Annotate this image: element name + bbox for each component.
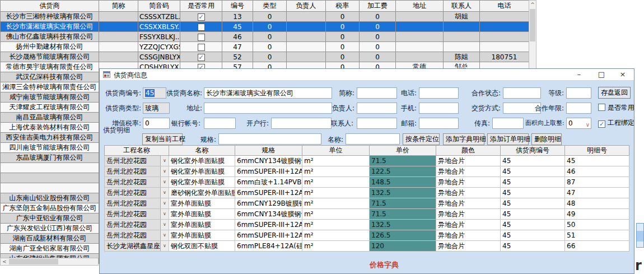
save-return-button[interactable]: 存盘返回 xyxy=(598,87,631,99)
column-header[interactable]: 名称 xyxy=(169,146,235,156)
add-order-detail-button[interactable]: 添加订单明细 xyxy=(487,133,529,145)
column-header[interactable]: 是否常用 xyxy=(180,1,222,12)
delete-detail-button[interactable]: 删除明细 xyxy=(531,133,562,145)
mobile-field[interactable] xyxy=(419,103,459,114)
chevron-down-icon[interactable]: ∨ xyxy=(160,188,169,198)
address-field[interactable] xyxy=(204,103,332,114)
minimize-button[interactable]: – xyxy=(569,69,589,81)
fax-field[interactable] xyxy=(492,118,524,129)
column-header[interactable]: 单价 xyxy=(370,146,436,156)
checked-checkbox-icon[interactable]: ✓ xyxy=(198,13,205,21)
maximize-button[interactable]: □ xyxy=(591,69,612,81)
unchecked-checkbox-icon[interactable] xyxy=(198,44,205,51)
chevron-down-icon[interactable]: ∨ xyxy=(160,198,169,208)
column-header[interactable]: 类型 xyxy=(253,1,287,12)
column-header[interactable]: 颜色 xyxy=(436,146,501,156)
chevron-down-icon[interactable]: ∨ xyxy=(160,209,169,219)
cell-project-combobox[interactable]: 长沙龙湖祺鑫星座∨ xyxy=(105,241,169,252)
supplier-row[interactable]: 佛山市亿鑫玻璃科技有限公司FSSYXBLKJ...46000 xyxy=(1,32,529,42)
cell-spec: 6mmSUPER-III+12A(硅... xyxy=(235,188,302,198)
checked-checkbox-icon[interactable]: ✓ xyxy=(198,54,205,61)
contact-field[interactable] xyxy=(357,118,397,129)
column-header[interactable]: 工程名称 xyxy=(105,146,169,156)
cell-unit: m² xyxy=(302,177,370,188)
supplier-row[interactable]: 长沙市潇湘玻璃实业有限公司CSSXXBLSY...45000 xyxy=(1,22,529,32)
cell-project-combobox[interactable]: 岳州北控花园∨ xyxy=(105,220,169,230)
checkbox-icon[interactable] xyxy=(598,104,605,111)
copy-current-project-button[interactable]: 复制当前工程 xyxy=(142,133,183,145)
short-name-field[interactable] xyxy=(357,87,397,99)
column-header[interactable]: 简称 xyxy=(99,1,138,12)
column-header[interactable]: 供货商 xyxy=(1,1,99,12)
detail-row[interactable]: 岳州北控花园∨室外单面贴膜6mmCNY134镀膜钢化m²71.5异地合片4549 xyxy=(105,209,629,220)
detail-row[interactable]: 岳州北控花园∨室外单面贴膜6mmSUPER-III+12A(硅...m²126.… xyxy=(105,230,629,241)
unchecked-checkbox-icon[interactable] xyxy=(198,34,205,41)
cell-supplier: 湘潭三金特种玻璃有限责任公司 xyxy=(1,82,99,92)
area-round-up-combobox[interactable]: 0 ∨ xyxy=(566,118,591,129)
cell-project-combobox[interactable]: 岳州北控花园∨ xyxy=(105,209,169,220)
cell-project-combobox[interactable]: 岳州北控花园∨ xyxy=(105,156,169,166)
manager-field[interactable] xyxy=(357,103,397,114)
supplier-row[interactable]: 长沙晟格节能玻璃有限公司CSSGJNBLYXGS✓52000陈姐180751 xyxy=(1,52,529,62)
chevron-down-icon[interactable]: ∨ xyxy=(586,120,590,129)
chevron-down-icon[interactable]: ∨ xyxy=(160,241,169,251)
column-header[interactable]: 供货商编号 xyxy=(501,146,565,156)
chevron-down-icon[interactable]: ∨ xyxy=(160,230,169,240)
column-header[interactable]: 加工费 xyxy=(360,1,396,12)
is-common-checkbox[interactable]: 是否常用 xyxy=(598,104,634,113)
column-header[interactable]: 联系人 xyxy=(444,1,480,12)
column-header[interactable]: 负责人 xyxy=(287,1,326,12)
spec-filter-input[interactable] xyxy=(218,133,321,145)
column-header[interactable]: 税率 xyxy=(326,1,360,12)
supplier-row[interactable]: 长沙市三湘特种玻璃有限公司CSSSXTZBL...✓13000胡姐 xyxy=(1,12,529,22)
scroll-up-icon[interactable]: ^ xyxy=(529,1,536,8)
cell-project-combobox[interactable]: 岳州北控花园∨ xyxy=(105,188,169,198)
column-header[interactable]: 编号 xyxy=(222,1,253,12)
scroll-left-icon[interactable]: < xyxy=(1,258,8,265)
supplier-row[interactable]: 扬州中勤建材有限公司YZZQJCYXGS47000 xyxy=(1,42,529,52)
cell-project-combobox[interactable]: 岳州北控花园∨ xyxy=(105,230,169,241)
bank-name-field[interactable] xyxy=(271,118,332,129)
column-header[interactable]: 电话 xyxy=(480,1,529,12)
column-header[interactable]: 简音码 xyxy=(138,1,180,12)
phone-field[interactable] xyxy=(419,87,459,99)
coop-years-field[interactable] xyxy=(566,103,591,114)
supplier-type-field[interactable]: 玻璃 xyxy=(143,103,170,114)
unchecked-checkbox-icon[interactable] xyxy=(198,24,205,31)
scrollbar-thumb[interactable] xyxy=(530,9,535,41)
name-filter-input[interactable] xyxy=(346,133,400,145)
detail-row[interactable]: 长沙龙湖祺鑫星座∨钢化双面不贴膜6mmPLE84+12A(硅酮胶...m²120… xyxy=(105,241,629,252)
locate-by-condition-button[interactable]: 按条件定位 xyxy=(403,133,440,145)
column-header[interactable]: 地址 xyxy=(396,1,444,12)
scrollbar-thumb[interactable] xyxy=(9,259,58,264)
chevron-down-icon[interactable]: ∨ xyxy=(160,156,169,166)
detail-row[interactable]: 岳州北控花园∨钢化室外单面贴膜6mm白玻+1.14PVB+6mm...m²148… xyxy=(105,177,629,188)
detail-row[interactable]: 岳州北控花园∨钢化室外单面贴膜6mmCNY134镀膜钢化m²71.5异地合片45… xyxy=(105,156,629,166)
column-header[interactable]: 规格 xyxy=(235,146,302,156)
cell-project-combobox[interactable]: 岳州北控花园∨ xyxy=(105,198,169,209)
bank-name-label: 开户行: xyxy=(243,118,269,129)
cell-supplier: 山东南山铝业股份有限公司 xyxy=(1,193,99,203)
detail-row[interactable]: 岳州北控花园∨钢化室外单面贴膜6mmSUPER-III+12A(硅...m²12… xyxy=(105,166,629,177)
supplier-name-field[interactable] xyxy=(204,87,332,99)
bank-account-field[interactable] xyxy=(204,118,236,129)
email-field[interactable] xyxy=(419,118,459,129)
detail-row[interactable]: 岳州北控花园∨室外单面贴膜6mmSUPER-III+12A(硅...m²132.… xyxy=(105,220,629,230)
column-header[interactable]: 明细号 xyxy=(565,146,629,156)
close-button[interactable]: × xyxy=(613,69,633,81)
cell-project-combobox[interactable]: 岳州北控花园∨ xyxy=(105,166,169,177)
coop-status-field[interactable] xyxy=(503,87,541,99)
checkbox-icon[interactable]: ✓ xyxy=(598,120,605,128)
column-header[interactable]: 单位 xyxy=(302,146,370,156)
detail-row[interactable]: 岳州北控花园∨磨砂钢化室外单面贴膜6mmSUPER-III+12A(硅...m²… xyxy=(105,188,629,198)
cell-project-combobox[interactable]: 岳州北控花园∨ xyxy=(105,177,169,188)
dialog-titlebar[interactable]: 供货商信息 – □ × xyxy=(100,69,634,81)
chevron-down-icon[interactable]: ∨ xyxy=(160,220,169,230)
chevron-down-icon[interactable]: ∨ xyxy=(160,166,169,177)
grade-field[interactable] xyxy=(566,87,591,99)
chevron-down-icon[interactable]: ∨ xyxy=(160,177,169,187)
add-dictionary-detail-button[interactable]: 添加字典明细 xyxy=(443,133,484,145)
detail-row[interactable]: 岳州北控花园∨室外单面贴膜6mmCNY129B镀膜钢化m²71.5异地合片454… xyxy=(105,198,629,209)
project-bind-checkbox[interactable]: ✓ 工程绑定 xyxy=(598,119,634,128)
suppliers-horizontal-scrollbar[interactable]: < xyxy=(0,258,99,266)
